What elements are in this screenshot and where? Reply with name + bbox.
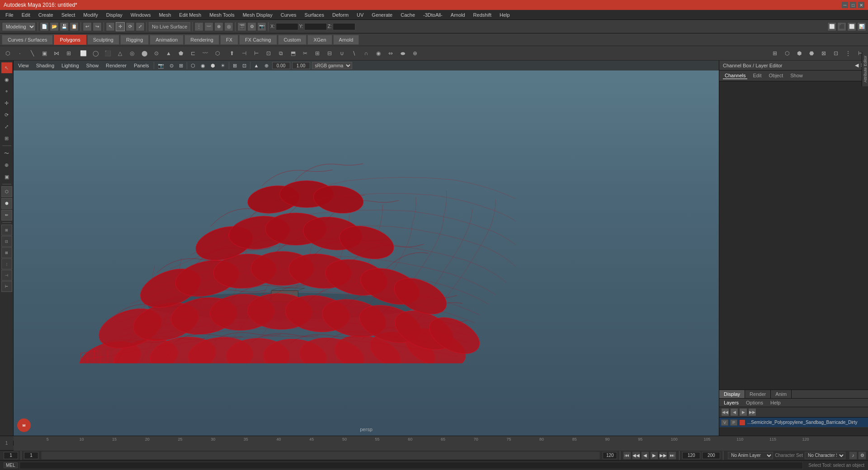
numeric-2[interactable]: ⊡ <box>1 236 12 247</box>
display-tab-anim[interactable]: Anim <box>771 390 792 398</box>
fill-hole-btn[interactable]: ⊡ <box>263 47 274 59</box>
exposure-input[interactable] <box>272 62 290 69</box>
tab-arnold[interactable]: Arnold <box>333 35 359 45</box>
mirror-btn[interactable]: ⇔ <box>385 47 396 59</box>
go-to-end-btn[interactable]: ⏭ <box>668 451 676 460</box>
rotate-tool-btn[interactable]: ⟳ <box>1 109 12 120</box>
icon-4[interactable]: 📊 <box>857 22 866 31</box>
quad-draw-btn[interactable]: ⬢ <box>1 198 12 209</box>
go-to-start-btn[interactable]: ⏮ <box>623 451 631 460</box>
step-back-btn[interactable]: ◀◀ <box>632 451 640 460</box>
icon-1[interactable]: ⬜ <box>827 22 836 31</box>
camera-icon[interactable]: 📷 <box>156 62 166 69</box>
select-face-btn[interactable]: ▣ <box>38 47 50 59</box>
menu-help[interactable]: Help <box>496 11 514 19</box>
tab-fx-caching[interactable]: FX Caching <box>239 35 277 45</box>
cb-tab-show[interactable]: Show <box>788 72 805 79</box>
display-sub-options[interactable]: Options <box>743 400 766 406</box>
menu-deform[interactable]: Deform <box>329 11 352 19</box>
boolean-union-btn[interactable]: ∪ <box>336 47 348 59</box>
create-poly-cube-btn[interactable]: ⬛ <box>102 47 113 59</box>
numeric-6[interactable]: ⊢ <box>1 281 12 292</box>
open-file-btn[interactable]: 📂 <box>50 22 59 31</box>
bridge-btn[interactable]: ⊣ <box>238 47 250 59</box>
icon-2[interactable]: ⬛ <box>837 22 846 31</box>
uv-btn[interactable]: ⬡ <box>781 47 793 59</box>
save-file-btn[interactable]: 💾 <box>60 22 69 31</box>
save-as-btn[interactable]: 📋 <box>70 22 79 31</box>
select-object-btn[interactable]: ⬡ <box>2 47 14 59</box>
tab-animation[interactable]: Animation <box>150 35 184 45</box>
vp-renderer-menu[interactable]: Renderer <box>103 62 129 69</box>
channel-box-collapse-btn[interactable]: ◀ <box>855 62 859 68</box>
create-poly-cyl-btn[interactable]: ⬤ <box>138 47 150 59</box>
menu-create[interactable]: Create <box>35 11 57 19</box>
move-btn[interactable]: ✛ <box>116 22 125 31</box>
snap-curve-btn[interactable]: 〰 <box>204 22 213 31</box>
cb-tab-channels[interactable]: Channels <box>723 72 747 79</box>
split-btn[interactable]: ✂ <box>299 47 311 59</box>
append-btn[interactable]: ⊢ <box>250 47 262 59</box>
workspace-dropdown[interactable]: Modeling <box>2 22 36 31</box>
attribute-editor-strip[interactable]: Attribute Editor <box>862 52 868 86</box>
play-back-btn[interactable]: ◀ <box>641 451 649 460</box>
create-poly-pyramid-btn[interactable]: ⬟ <box>175 47 187 59</box>
range-end-input[interactable] <box>603 452 617 459</box>
tab-fx[interactable]: FX <box>220 35 238 45</box>
soft-mod-btn[interactable]: 〜 <box>1 148 12 159</box>
play-forward-btn[interactable]: ▶ <box>650 451 658 460</box>
menu-cache[interactable]: Cache <box>397 11 419 19</box>
menu-curves[interactable]: Curves <box>277 11 300 19</box>
select-vertex-btn[interactable]: · <box>14 47 26 59</box>
create-poly-plane-btn[interactable]: ⬜ <box>77 47 89 59</box>
create-poly-prism-btn[interactable]: ▲ <box>163 47 175 59</box>
heads-up-btn[interactable]: ⊡ <box>241 62 248 69</box>
tab-sculpting[interactable]: Sculpting <box>87 35 119 45</box>
view-cube-btn[interactable]: ⬡ <box>1 186 12 197</box>
create-poly-helix-btn[interactable]: 〰 <box>199 47 211 59</box>
smooth-btn[interactable]: ◉ <box>373 47 384 59</box>
tab-xgen[interactable]: XGen <box>307 35 332 45</box>
step-forward-btn[interactable]: ▶▶ <box>659 451 667 460</box>
x-input[interactable] <box>276 23 298 30</box>
vertex-normal-btn[interactable]: ⊡ <box>830 47 842 59</box>
layer-next-next-btn[interactable]: ▶▶ <box>748 408 756 416</box>
snap-together-btn[interactable]: ⊞ <box>769 47 781 59</box>
cb-tab-object[interactable]: Object <box>767 72 785 79</box>
show-manip-btn[interactable]: ⊕ <box>1 160 12 170</box>
rotate-btn[interactable]: ⟳ <box>126 22 135 31</box>
numeric-3[interactable]: ⊠ <box>1 247 12 258</box>
minimize-btn[interactable]: ─ <box>842 2 848 8</box>
select-edge-btn[interactable]: ╲ <box>26 47 38 59</box>
display-tab-render[interactable]: Render <box>745 390 771 398</box>
no-live-surface[interactable]: No Live Surface <box>149 22 190 31</box>
anim-layer-select[interactable]: No Anim Layer <box>728 452 773 459</box>
vp-panels-menu[interactable]: Panels <box>131 62 152 69</box>
menu-arnold[interactable]: Arnold <box>447 11 469 19</box>
menu-generate[interactable]: Generate <box>368 11 396 19</box>
layer-prev-prev-btn[interactable]: ◀◀ <box>721 408 729 416</box>
scale-btn[interactable]: ⤢ <box>136 22 145 31</box>
tab-rendering[interactable]: Rendering <box>184 35 219 45</box>
scale-tool-btn[interactable]: ⤢ <box>1 121 12 132</box>
create-poly-cone-btn[interactable]: △ <box>114 47 126 59</box>
vp-shading-menu[interactable]: Shading <box>33 62 57 69</box>
create-poly-torus-btn[interactable]: ◎ <box>126 47 138 59</box>
menu-windows[interactable]: Windows <box>127 11 155 19</box>
layer-visible-btn[interactable]: V <box>721 419 728 426</box>
orbit-icon[interactable]: ⊙ <box>168 62 175 69</box>
light-btn[interactable]: ☀ <box>219 62 227 69</box>
menu-uv[interactable]: UV <box>353 11 367 19</box>
timeline-ruler[interactable]: 5 10 15 20 25 30 35 40 45 50 55 60 65 70… <box>14 436 868 451</box>
bevel-btn[interactable]: ⬬ <box>397 47 409 59</box>
tab-rigging[interactable]: Rigging <box>120 35 149 45</box>
gamma-input[interactable] <box>292 62 310 69</box>
transfer-attr-btn[interactable]: ⬣ <box>806 47 817 59</box>
snap-grid-btn[interactable]: ⋮ <box>194 22 203 31</box>
frame-all-btn[interactable]: ⊞ <box>177 62 185 69</box>
combine-btn[interactable]: ⊞ <box>311 47 323 59</box>
menu-mesh-tools[interactable]: Mesh Tools <box>206 11 238 19</box>
select-btn[interactable]: ↖ <box>106 22 115 31</box>
smooth-shade-btn[interactable]: ◉ <box>199 62 207 69</box>
extract-btn[interactable]: ⬒ <box>287 47 299 59</box>
